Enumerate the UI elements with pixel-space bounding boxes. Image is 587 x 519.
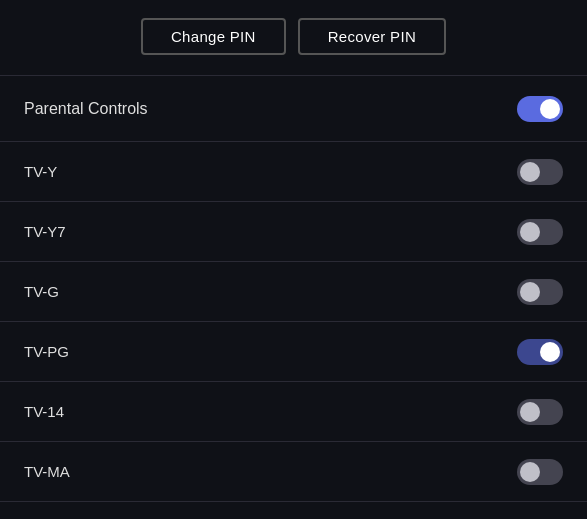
recover-pin-button[interactable]: Recover PIN [298, 18, 446, 55]
ratings-list: TV-YTV-Y7TV-GTV-PGTV-14TV-MA [0, 142, 587, 502]
top-buttons-container: Change PIN Recover PIN [0, 0, 587, 75]
rating-row-tv14: TV-14 [0, 382, 587, 442]
rating-row-tvy: TV-Y [0, 142, 587, 202]
rating-toggle-tvy7[interactable] [517, 219, 563, 245]
rating-row-tvg: TV-G [0, 262, 587, 322]
change-pin-button[interactable]: Change PIN [141, 18, 286, 55]
rating-row-tvpg: TV-PG [0, 322, 587, 382]
rating-label-tvma: TV-MA [24, 463, 70, 480]
rating-label-tvg: TV-G [24, 283, 59, 300]
parental-controls-row: Parental Controls [0, 76, 587, 142]
parental-controls-toggle[interactable] [517, 96, 563, 122]
rating-toggle-tvma[interactable] [517, 459, 563, 485]
rating-label-tvy7: TV-Y7 [24, 223, 66, 240]
rating-toggle-tvy[interactable] [517, 159, 563, 185]
rating-label-tvy: TV-Y [24, 163, 57, 180]
rating-toggle-tv14[interactable] [517, 399, 563, 425]
parental-controls-label: Parental Controls [24, 100, 148, 118]
rating-row-tvy7: TV-Y7 [0, 202, 587, 262]
rating-row-tvma: TV-MA [0, 442, 587, 502]
rating-toggle-tvpg[interactable] [517, 339, 563, 365]
rating-toggle-tvg[interactable] [517, 279, 563, 305]
rating-label-tv14: TV-14 [24, 403, 64, 420]
rating-label-tvpg: TV-PG [24, 343, 69, 360]
